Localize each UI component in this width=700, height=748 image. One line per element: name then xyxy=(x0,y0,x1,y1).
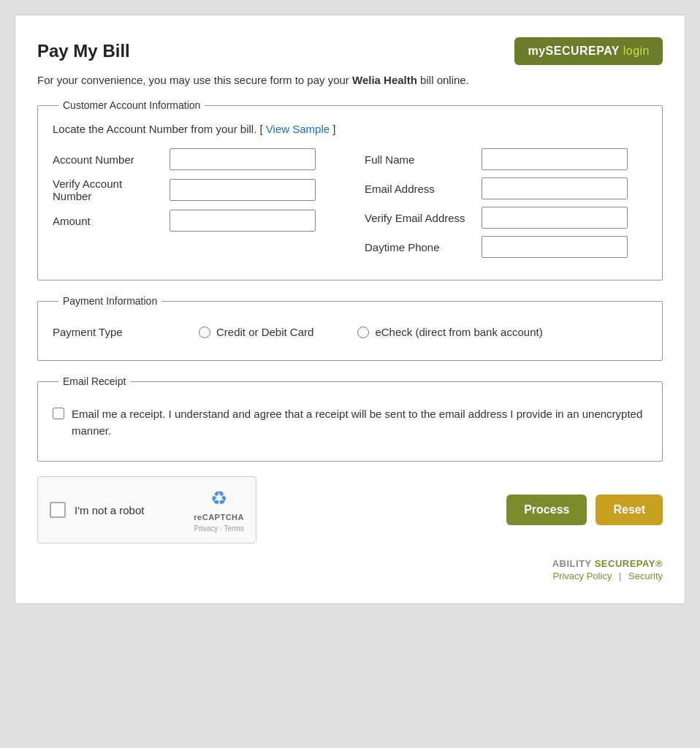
daytime-phone-input[interactable] xyxy=(482,236,628,258)
footer-area: ABILITY SECUREPAY® Privacy Policy | Secu… xyxy=(37,558,663,581)
footer-brand: ABILITY SECUREPAY® xyxy=(37,558,663,569)
intro-text: For your convenience, you may use this s… xyxy=(37,74,663,86)
verify-account-input[interactable] xyxy=(170,179,316,201)
echeck-label: eCheck (direct from bank account) xyxy=(375,326,542,338)
footer-links: Privacy Policy | Security xyxy=(37,570,663,581)
locate-before: Locate the Account Number from your bill… xyxy=(53,123,263,135)
customer-form-grid: Account Number Verify AccountNumber Amou… xyxy=(53,148,647,265)
action-buttons: Process Reset xyxy=(506,495,663,525)
amount-row: Amount xyxy=(53,210,335,232)
intro-brand: Welia Health xyxy=(352,74,417,86)
full-name-row: Full Name xyxy=(365,148,647,170)
email-receipt-text: Email me a receipt. I understand and agr… xyxy=(72,406,647,439)
footer-separator: | xyxy=(619,570,621,581)
email-address-row: Email Address xyxy=(365,178,647,199)
footer-ability-label: ABILITY xyxy=(552,558,592,569)
recaptcha-checkbox[interactable] xyxy=(50,502,66,518)
amount-input[interactable] xyxy=(170,210,316,232)
verify-email-row: Verify Email Address xyxy=(365,207,647,229)
intro-before: For your convenience, you may use this s… xyxy=(37,74,352,86)
reset-button[interactable]: Reset xyxy=(596,495,663,525)
customer-form-left: Account Number Verify AccountNumber Amou… xyxy=(53,148,335,265)
bottom-row: I'm not a robot ♻ reCAPTCHA Privacy · Te… xyxy=(37,476,663,543)
footer-securepay-label: SECUREPAY® xyxy=(595,558,663,569)
locate-text: Locate the Account Number from your bill… xyxy=(53,123,647,135)
echeck-radio[interactable] xyxy=(357,327,369,338)
credit-debit-label: Credit or Debit Card xyxy=(216,326,313,338)
security-link[interactable]: Security xyxy=(628,570,663,581)
privacy-policy-link[interactable]: Privacy Policy xyxy=(552,570,612,581)
email-receipt-content: Email me a receipt. I understand and agr… xyxy=(53,399,647,446)
recaptcha-box: I'm not a robot ♻ reCAPTCHA Privacy · Te… xyxy=(37,476,256,543)
payment-type-row: Payment Type Credit or Debit Card eCheck… xyxy=(53,318,647,346)
mysecurepay-login-button[interactable]: mySECUREPAY login xyxy=(514,37,663,65)
email-receipt-fieldset: Email Receipt Email me a receipt. I unde… xyxy=(37,375,663,462)
email-receipt-checkbox[interactable] xyxy=(53,408,64,419)
payment-info-legend: Payment Information xyxy=(58,295,161,307)
payment-type-label: Payment Type xyxy=(53,326,155,338)
full-name-label: Full Name xyxy=(365,153,482,166)
verify-account-label: Verify AccountNumber xyxy=(53,178,170,202)
page-container: Pay My Bill mySECUREPAY login For your c… xyxy=(15,15,685,604)
page-title: Pay My Bill xyxy=(37,41,130,61)
amount-label: Amount xyxy=(53,215,170,227)
email-address-label: Email Address xyxy=(365,183,482,195)
customer-account-legend: Customer Account Information xyxy=(58,99,205,111)
verify-email-input[interactable] xyxy=(482,207,628,229)
recaptcha-icon: ♻ xyxy=(210,487,227,510)
recaptcha-label: I'm not a robot xyxy=(75,504,144,516)
customer-account-fieldset: Customer Account Information Locate the … xyxy=(37,99,663,280)
customer-form-right: Full Name Email Address Verify Email Add… xyxy=(365,148,647,265)
echeck-option[interactable]: eCheck (direct from bank account) xyxy=(357,326,542,338)
verify-account-row: Verify AccountNumber xyxy=(53,178,335,202)
daytime-phone-row: Daytime Phone xyxy=(365,236,647,258)
process-button[interactable]: Process xyxy=(506,495,587,525)
mysecurepay-login-label: login xyxy=(623,45,650,57)
payment-info-fieldset: Payment Information Payment Type Credit … xyxy=(37,295,663,361)
view-sample-link[interactable]: View Sample xyxy=(266,123,330,135)
account-number-row: Account Number xyxy=(53,148,335,170)
credit-debit-radio[interactable] xyxy=(199,327,210,338)
account-number-label: Account Number xyxy=(53,153,170,166)
recaptcha-left: I'm not a robot xyxy=(50,502,144,518)
account-number-input[interactable] xyxy=(170,148,316,170)
locate-after: ] xyxy=(332,123,335,135)
daytime-phone-label: Daytime Phone xyxy=(365,241,482,253)
recaptcha-brand: reCAPTCHA xyxy=(194,513,244,522)
header-row: Pay My Bill mySECUREPAY login xyxy=(37,37,663,65)
email-receipt-legend: Email Receipt xyxy=(58,375,130,387)
recaptcha-right: ♻ reCAPTCHA Privacy · Terms xyxy=(194,487,244,533)
recaptcha-links: Privacy · Terms xyxy=(194,524,244,533)
intro-after: bill online. xyxy=(417,74,469,86)
verify-email-label: Verify Email Address xyxy=(365,212,482,224)
mysecurepay-my-label: mySECUREPAY xyxy=(528,45,619,57)
full-name-input[interactable] xyxy=(482,148,628,170)
email-address-input[interactable] xyxy=(482,178,628,199)
credit-debit-option[interactable]: Credit or Debit Card xyxy=(199,326,313,338)
